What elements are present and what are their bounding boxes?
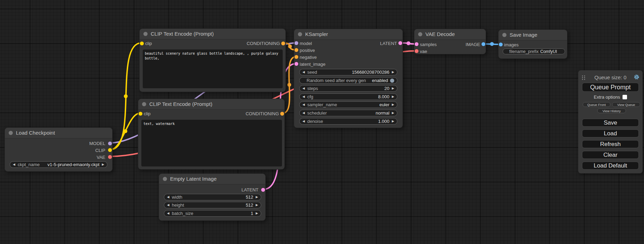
vae-output-port[interactable] bbox=[108, 155, 112, 159]
node-title-bar[interactable]: Save Image bbox=[499, 30, 567, 40]
collapse-dot[interactable] bbox=[502, 33, 506, 37]
collapse-dot[interactable] bbox=[143, 32, 148, 36]
left-arrow-icon[interactable]: ◀ bbox=[167, 194, 169, 200]
right-arrow-icon[interactable]: ▶ bbox=[102, 161, 104, 168]
right-arrow-icon[interactable]: ▶ bbox=[256, 210, 258, 217]
cfg-widget[interactable]: ◀ cfg 8.000 ▶ bbox=[299, 93, 397, 100]
extra-options-checkbox[interactable] bbox=[623, 95, 627, 99]
negative-input-port[interactable] bbox=[294, 55, 298, 59]
collapse-dot[interactable] bbox=[298, 32, 302, 36]
width-widget[interactable]: ◀ width 512 ▶ bbox=[164, 194, 261, 200]
clip-output-port[interactable] bbox=[108, 148, 112, 152]
save-label: Save bbox=[604, 119, 617, 126]
node-title: KSampler bbox=[305, 31, 328, 37]
clip-text-encode-positive-node[interactable]: CLIP Text Encode (Prompt) clip CONDITION… bbox=[139, 28, 286, 92]
latent-output-port[interactable] bbox=[261, 188, 265, 192]
load-default-button[interactable]: Load Default bbox=[582, 162, 639, 170]
node-title: Load Checkpoint bbox=[16, 130, 55, 136]
left-arrow-icon[interactable]: ◀ bbox=[302, 101, 305, 108]
toggle-knob-icon[interactable] bbox=[390, 79, 394, 83]
conditioning-output-port[interactable] bbox=[281, 42, 285, 45]
right-arrow-icon[interactable]: ▶ bbox=[392, 69, 394, 75]
clear-button[interactable]: Clear bbox=[582, 151, 639, 159]
node-title-bar[interactable]: Load Checkpoint bbox=[5, 128, 112, 138]
input-label-samples: samples bbox=[420, 42, 436, 47]
node-canvas[interactable]: Load Checkpoint MODEL CLIP VAE ◀ ckpt_na… bbox=[0, 0, 644, 244]
save-button[interactable]: Save bbox=[582, 119, 639, 127]
refresh-button[interactable]: Refresh bbox=[582, 140, 639, 148]
latent-image-input-port[interactable] bbox=[294, 62, 298, 66]
ksampler-node[interactable]: KSampler model LATENT positive negative … bbox=[294, 29, 403, 128]
collapse-dot[interactable] bbox=[163, 177, 167, 181]
queue-panel[interactable]: Queue size: 0 Queue Prompt Extra options… bbox=[578, 70, 643, 173]
vae-decode-node[interactable]: VAE Decode samples IMAGE vae bbox=[414, 29, 486, 54]
input-label-clip: clip bbox=[144, 111, 151, 116]
view-queue-button[interactable]: View Queue bbox=[612, 102, 640, 107]
right-arrow-icon[interactable]: ▶ bbox=[392, 85, 394, 92]
conditioning-output-port[interactable] bbox=[280, 112, 284, 116]
images-input-port[interactable] bbox=[499, 43, 503, 46]
image-output-port[interactable] bbox=[482, 42, 485, 46]
right-arrow-icon[interactable]: ▶ bbox=[392, 101, 394, 108]
seed-widget[interactable]: ◀ seed 156680208700286 ▶ bbox=[299, 69, 397, 75]
output-label-conditioning: CONDITIONING bbox=[246, 111, 279, 116]
batch-size-widget[interactable]: ◀ batch_size 1 ▶ bbox=[164, 210, 261, 217]
load-button[interactable]: Load bbox=[582, 129, 639, 137]
view-history-button[interactable]: View History bbox=[597, 108, 626, 113]
node-title-bar[interactable]: CLIP Text Encode (Prompt) bbox=[138, 99, 284, 110]
right-arrow-icon[interactable]: ▶ bbox=[392, 118, 394, 125]
ckpt-name-widget[interactable]: ◀ ckpt_name v1-5-pruned-emaonly.ckpt ▶ bbox=[10, 161, 107, 168]
input-label-latent-image: latent_image bbox=[300, 62, 325, 67]
gear-icon[interactable] bbox=[634, 74, 639, 80]
left-arrow-icon[interactable]: ◀ bbox=[302, 85, 305, 92]
left-arrow-icon[interactable]: ◀ bbox=[167, 202, 169, 208]
positive-input-port[interactable] bbox=[294, 48, 298, 52]
right-arrow-icon[interactable]: ▶ bbox=[392, 110, 394, 116]
clear-label: Clear bbox=[603, 152, 618, 159]
left-arrow-icon[interactable]: ◀ bbox=[167, 210, 169, 217]
node-title-bar[interactable]: Empty Latent Image bbox=[159, 174, 265, 184]
view-history-label: View History bbox=[602, 109, 621, 113]
clip-input-port[interactable] bbox=[139, 112, 142, 116]
left-arrow-icon[interactable]: ◀ bbox=[302, 118, 305, 125]
queue-prompt-button[interactable]: Queue Prompt bbox=[582, 83, 639, 92]
model-output-port[interactable] bbox=[108, 142, 112, 145]
input-label-negative: negative bbox=[300, 55, 317, 60]
left-arrow-icon[interactable]: ◀ bbox=[302, 69, 305, 75]
sampler-name-widget[interactable]: ◀ sampler_name euler ▶ bbox=[299, 101, 397, 108]
vae-input-port[interactable] bbox=[415, 49, 418, 53]
latent-output-port[interactable] bbox=[398, 41, 402, 45]
node-title-bar[interactable]: CLIP Text Encode (Prompt) bbox=[140, 29, 285, 39]
random-seed-toggle-widget[interactable]: Random seed after every gen enabled bbox=[299, 77, 397, 84]
queue-prompt-label: Queue Prompt bbox=[590, 84, 630, 91]
filename-prefix-widget[interactable]: filename_prefix ComfyUI bbox=[503, 48, 565, 54]
steps-widget[interactable]: ◀ steps 20 ▶ bbox=[299, 85, 397, 92]
negative-prompt-textarea[interactable]: text, watermark bbox=[141, 120, 282, 166]
node-title-bar[interactable]: KSampler bbox=[294, 29, 403, 40]
node-title-bar[interactable]: VAE Decode bbox=[414, 29, 486, 40]
clip-input-port[interactable] bbox=[140, 42, 144, 45]
denoise-widget[interactable]: ◀ denoise 1.000 ▶ bbox=[299, 118, 397, 125]
collapse-dot[interactable] bbox=[142, 102, 146, 106]
left-arrow-icon[interactable]: ◀ bbox=[302, 93, 305, 100]
left-arrow-icon[interactable]: ◀ bbox=[13, 161, 15, 168]
right-arrow-icon[interactable]: ▶ bbox=[256, 194, 258, 200]
samples-input-port[interactable] bbox=[415, 42, 418, 46]
widget-value: enabled bbox=[372, 78, 388, 83]
load-checkpoint-node[interactable]: Load Checkpoint MODEL CLIP VAE ◀ ckpt_na… bbox=[5, 127, 113, 172]
positive-prompt-textarea[interactable]: beautiful scenery nature glass bottle la… bbox=[143, 49, 283, 88]
queue-front-button[interactable]: Queue Front bbox=[583, 102, 610, 107]
right-arrow-icon[interactable]: ▶ bbox=[392, 93, 394, 100]
right-arrow-icon[interactable]: ▶ bbox=[256, 202, 258, 208]
height-widget[interactable]: ◀ height 512 ▶ bbox=[164, 202, 261, 208]
save-image-node[interactable]: Save Image images filename_prefix ComfyU… bbox=[498, 29, 567, 59]
collapse-dot[interactable] bbox=[9, 131, 13, 135]
empty-latent-image-node[interactable]: Empty Latent Image LATENT ◀ width 512 ▶ … bbox=[159, 173, 266, 221]
model-input-port[interactable] bbox=[294, 41, 298, 45]
link-midpoint-dot bbox=[407, 42, 411, 45]
collapse-dot[interactable] bbox=[418, 32, 422, 36]
scheduler-widget[interactable]: ◀ scheduler normal ▶ bbox=[299, 110, 397, 116]
widget-label: denoise bbox=[307, 119, 323, 124]
left-arrow-icon[interactable]: ◀ bbox=[302, 110, 305, 116]
clip-text-encode-negative-node[interactable]: CLIP Text Encode (Prompt) clip CONDITION… bbox=[138, 99, 285, 170]
